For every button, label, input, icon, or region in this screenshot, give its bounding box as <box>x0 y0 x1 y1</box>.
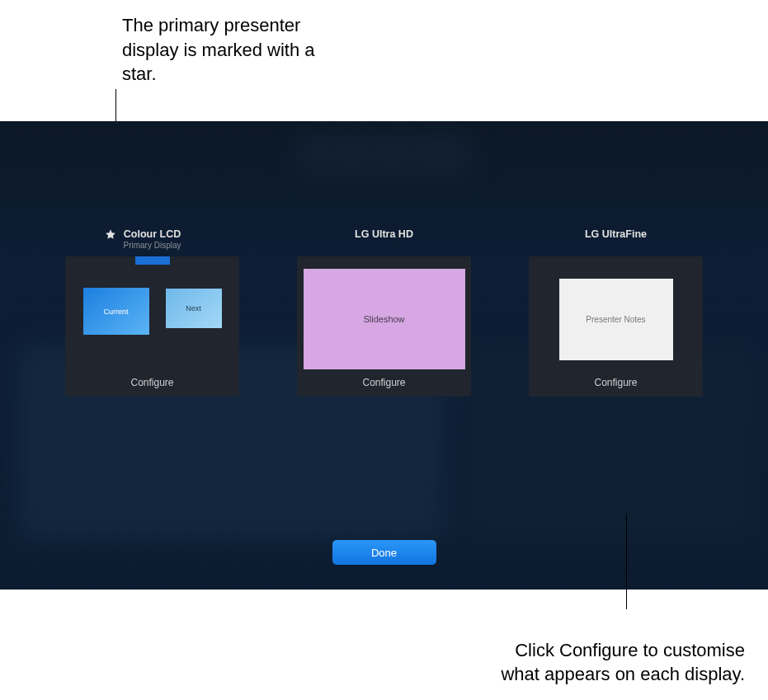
annotation-bottom: Click Configure to customise what appear… <box>489 638 745 687</box>
presenter-preview: Current Next <box>65 256 239 377</box>
display-block-notes: LG UltraFine Presenter Notes Configure <box>529 228 703 397</box>
primary-star-icon <box>105 228 116 243</box>
display-title: LG Ultra HD <box>355 228 413 240</box>
display-title: LG UltraFine <box>585 228 647 240</box>
display-block-slideshow: LG Ultra HD Slideshow Configure <box>297 228 471 397</box>
display-preview-card[interactable]: Current Next Configure <box>65 256 239 397</box>
configure-button[interactable]: Configure <box>130 377 173 388</box>
display-preview-card[interactable]: Slideshow Configure <box>297 256 471 397</box>
display-title: Colour LCD <box>124 228 181 240</box>
display-block-primary: Colour LCD Primary Display Current Next … <box>65 228 239 397</box>
configure-button[interactable]: Configure <box>362 377 405 388</box>
configure-button[interactable]: Configure <box>594 377 637 388</box>
display-subtitle: Primary Display <box>123 241 181 250</box>
display-header: LG UltraFine <box>529 228 703 256</box>
slideshow-preview: Slideshow <box>304 269 465 369</box>
annotation-leader-line-bottom <box>626 514 627 609</box>
presenter-top-bar <box>135 256 170 265</box>
current-slide-thumb: Current <box>83 288 149 335</box>
displays-row: Colour LCD Primary Display Current Next … <box>0 228 768 397</box>
display-preview-card[interactable]: Presenter Notes Configure <box>529 256 703 397</box>
display-header: Colour LCD Primary Display <box>65 228 239 256</box>
display-arrangement-panel: Colour LCD Primary Display Current Next … <box>0 121 768 590</box>
done-button[interactable]: Done <box>332 540 436 565</box>
next-slide-thumb: Next <box>166 289 222 328</box>
annotation-top: The primary presenter display is marked … <box>122 13 341 87</box>
notes-preview: Presenter Notes <box>559 279 673 360</box>
display-header: LG Ultra HD <box>297 228 471 256</box>
